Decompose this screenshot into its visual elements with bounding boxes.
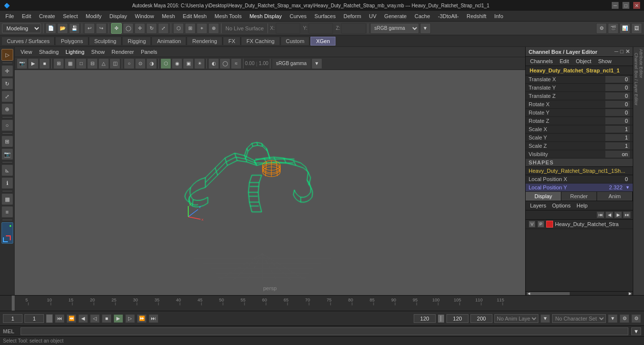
lasso-tool[interactable]: ◯ [123,23,133,34]
mel-input[interactable] [21,327,628,335]
snap-point-btn[interactable]: ⊕ [208,23,219,34]
play-back-btn[interactable]: ◁ [90,314,100,323]
scale-tool[interactable]: ⤢ [158,23,169,34]
tab-xgen[interactable]: XGen [311,37,335,46]
next-frame-btn[interactable]: ▷ [125,314,135,323]
tab-sculpting[interactable]: Sculpting [89,37,122,45]
go-to-end-btn[interactable]: ⏭ [149,314,158,323]
vp-colorspace-arrow[interactable]: ▼ [311,58,322,69]
render-region-btn[interactable]: ▦ [1,193,13,205]
playback-end-input[interactable] [470,314,492,323]
menu-window[interactable]: Window [132,12,157,20]
cb-menu-channels[interactable]: Channels [528,58,555,65]
undo-btn[interactable]: ↩ [84,23,95,34]
scroll-right-arrow[interactable]: ▶ [628,292,632,296]
vp-smooth-btn[interactable]: ◉ [172,58,182,69]
camera-btn[interactable]: 📷 [1,148,13,160]
select-btn-left[interactable]: ▷ [1,49,13,61]
frame-display[interactable] [24,314,44,323]
vp-grid-btn[interactable]: ⊞ [53,58,64,69]
play-fwd-btn[interactable]: ▶ [113,314,123,323]
pb-settings2-btn[interactable]: ⚙ [631,314,641,323]
prev-frame-btn[interactable]: ◀ [78,314,88,323]
vp-stop-btn[interactable]: ■ [39,58,50,69]
save-btn[interactable]: 💾 [69,23,80,34]
layer-color-swatch[interactable] [546,221,553,228]
soft-select-btn[interactable]: ⬡ [173,23,184,34]
menu-redshift[interactable]: Redshift [463,12,489,20]
frame-slider[interactable] [46,314,53,323]
pb-settings-btn[interactable]: ⚙ [620,314,629,323]
menu-file[interactable]: File [2,12,18,20]
vp-cam-btn[interactable]: 📷 [17,58,27,69]
vp-shadow-btn[interactable]: ◐ [208,58,219,69]
range-start-input[interactable] [414,314,436,323]
menu-generate[interactable]: Generate [381,12,410,20]
menu-edit[interactable]: Edit [19,12,35,20]
menu-select[interactable]: Select [60,12,82,20]
vp-four-btn[interactable]: ⊟ [87,58,98,69]
stop-btn[interactable]: ■ [102,314,111,323]
viewport-menu-lighting[interactable]: Lighting [63,48,88,55]
snap-btn[interactable]: ⊾ [1,164,13,176]
menu-display[interactable]: Display [106,12,131,20]
vp-colorspace-btn[interactable]: sRGB gamma [272,58,311,69]
cb-expand-btn[interactable]: □ [620,48,623,55]
color-space-dropdown[interactable]: sRGB gamma [370,23,419,34]
char-set-select[interactable]: No Character Set [552,314,606,323]
vp-layout-btn[interactable]: ▦ [65,58,75,69]
menu-3dtall[interactable]: -3DtoAll- [435,12,463,20]
tab-fx-caching[interactable]: FX Caching [242,37,280,45]
layer-scrollbar[interactable]: ◀ ▶ [526,291,633,295]
layer-visibility-toggle[interactable]: V [529,221,535,228]
z-input[interactable] [341,23,366,34]
close-button[interactable]: ✕ [633,2,640,9]
info-btn[interactable]: ℹ [1,177,13,189]
vp-shading1[interactable]: ◑ [146,58,157,69]
layer-nav-next-next[interactable]: ⏭ [623,211,631,218]
menu-create[interactable]: Create [36,12,59,20]
move-btn-left[interactable]: ✛ [1,65,13,77]
cb-translate-y-value[interactable]: 0 [605,84,630,91]
layer-btn[interactable]: ≡ [1,206,13,218]
viewport-menu-shading[interactable]: Shading [36,48,62,55]
step-back-btn[interactable]: ⏪ [67,314,76,323]
cb-menu-show[interactable]: Show [596,58,614,65]
soft-mod-btn[interactable]: ○ [1,119,13,131]
cb-rotate-x-value[interactable]: 0 [605,101,630,108]
cb-scale-x-value[interactable]: 1 [605,126,630,133]
rotate-btn-left[interactable]: ↻ [1,78,13,90]
go-to-start-btn[interactable]: ⏮ [55,314,65,323]
vp-single-btn[interactable]: □ [76,58,87,69]
select-tool[interactable]: ✤ [111,23,122,34]
viewport-canvas[interactable]: z x y persp [15,70,525,295]
attribute-editor-side-label[interactable]: Attribute Editor Channel Box / Layer Edi… [633,47,644,295]
render-settings-btn[interactable]: ⚙ [596,23,607,34]
layer-menu-layers[interactable]: Layers [528,202,549,209]
scroll-left-arrow[interactable]: ◀ [527,292,531,296]
viewport-menu-panels[interactable]: Panels [138,48,160,55]
layer-playback-toggle[interactable]: P [537,221,544,228]
current-frame-input-left[interactable] [3,314,22,323]
menu-curves[interactable]: Curves [286,12,310,20]
cb-rotate-y-value[interactable]: 0 [605,109,630,116]
vp-select-type1[interactable]: ○ [124,58,134,69]
mel-history-btn[interactable]: ▼ [631,327,641,335]
char-set-btn[interactable]: ▼ [608,314,618,323]
dra-tab-render[interactable]: Render [561,192,597,201]
snap-grid-btn[interactable]: ⊞ [185,23,196,34]
vp-texture-btn[interactable]: ▣ [183,58,194,69]
cb-visibility-value[interactable]: on [605,151,630,158]
local-pos-arrow[interactable]: ▼ [625,185,630,190]
local-pos-x-value[interactable]: 0 [623,176,630,183]
scale-btn-left[interactable]: ⤢ [1,91,13,102]
minimize-button[interactable]: ─ [612,2,619,9]
vp-persp-btn[interactable]: △ [98,58,109,69]
tab-fx[interactable]: FX [223,37,241,45]
render-btn[interactable]: 🎬 [608,23,619,34]
new-scene-btn[interactable]: 📄 [45,23,56,34]
open-btn[interactable]: 📂 [57,23,68,34]
cb-menu-edit[interactable]: Edit [557,58,571,65]
menu-modify[interactable]: Modify [82,12,105,20]
redo-btn[interactable]: ↪ [96,23,107,34]
